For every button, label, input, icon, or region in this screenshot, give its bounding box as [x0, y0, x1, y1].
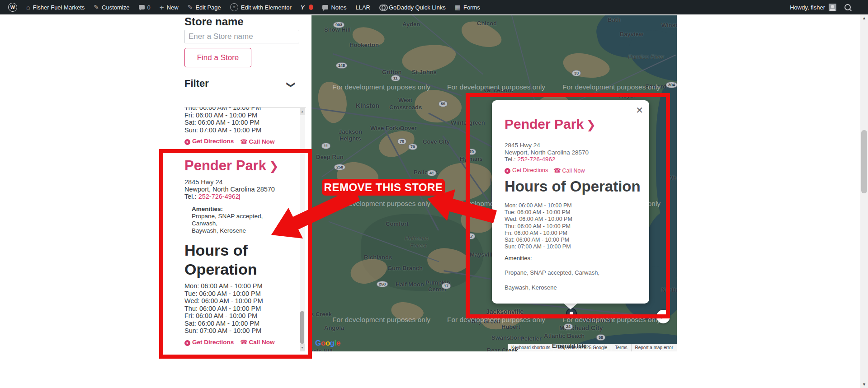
plus-icon: +	[160, 4, 164, 11]
customize-menu[interactable]: ✎Customize	[89, 0, 134, 14]
elementor-icon: ≡	[230, 3, 238, 11]
map-label: Jackson	[339, 128, 362, 135]
hours-line: Sat: 06:00 AM - 10:00 PM	[184, 119, 306, 126]
scroll-up-arrow[interactable]: ▲	[300, 108, 305, 115]
dev-watermark: For development purposes only	[562, 83, 660, 91]
page-scrollbar[interactable]: ▲ ▼	[860, 14, 868, 388]
route-shield: 11	[391, 75, 400, 81]
map-label: Cypress Creek	[311, 311, 332, 318]
notes-menu[interactable]: Notes	[318, 0, 351, 14]
map-label: Dover	[400, 125, 417, 131]
route-shield: 70	[408, 144, 417, 150]
map-label: Peletier	[520, 335, 542, 342]
forms-label: Forms	[463, 4, 480, 11]
dev-watermark: For development purposes only	[447, 83, 545, 91]
find-store-button[interactable]: Find a Store	[184, 48, 251, 67]
llar-menu[interactable]: LLAR	[351, 0, 375, 14]
elementor-menu[interactable]: ≡Edit with Elementor	[226, 0, 296, 14]
site-name-label: Fisher Fuel Markets	[33, 4, 85, 11]
filter-heading[interactable]: Filter	[184, 78, 209, 89]
page: W ⌂Fisher Fuel Markets ✎Customize 0 +New…	[0, 0, 868, 388]
google-logo-letter: o	[326, 339, 330, 347]
search-icon[interactable]	[844, 4, 851, 10]
annotation-banner: REMOVE THIS STORE	[322, 179, 445, 196]
map-label: Winsteadville	[661, 22, 677, 28]
map-label: Richlands	[364, 254, 392, 261]
route-shield: 11	[321, 143, 330, 149]
map-label: Bear Creek	[487, 347, 518, 351]
edit-page-menu[interactable]: ✎Edit Page	[183, 0, 226, 14]
map-label: Angola	[324, 324, 344, 331]
map-label: Bayview	[620, 31, 643, 37]
map-label: Kinston	[356, 102, 379, 109]
route-shield: 258	[334, 164, 345, 170]
get-directions-link[interactable]: ➤Get Directions	[184, 138, 234, 145]
scroll-down-arrow[interactable]: ▼	[860, 381, 868, 388]
route-shield: 55	[439, 101, 448, 107]
previous-store-hours: Thu: 06:00 AM - 10:00 PMFri: 06:00 AM - …	[184, 107, 306, 134]
brush-icon: ✎	[94, 4, 99, 10]
attribution-item[interactable]: Terms	[611, 344, 631, 351]
directions-icon: ➤	[184, 139, 190, 145]
map-label: Bath	[608, 16, 621, 23]
yoast-icon: Y	[301, 4, 305, 11]
site-name-menu[interactable]: ⌂Fisher Fuel Markets	[22, 0, 89, 14]
godaddy-menu[interactable]: GoDaddy Quick Links	[375, 0, 450, 14]
dashboard-icon: ⌂	[26, 4, 30, 10]
google-logo-letter: o	[321, 339, 326, 347]
scroll-up-arrow[interactable]: ▲	[860, 14, 868, 22]
route-shield: 70	[397, 138, 406, 145]
map-label: West	[398, 97, 412, 103]
yoast-menu[interactable]: Y	[296, 0, 318, 14]
route-shield: 58	[596, 334, 605, 341]
wp-logo-menu[interactable]: W	[4, 0, 22, 14]
forms-menu[interactable]: ▦Forms	[450, 0, 485, 14]
route-shield: 304	[666, 82, 677, 88]
forms-icon: ▦	[455, 4, 461, 10]
scrollbar-thumb[interactable]	[861, 130, 867, 193]
edit-page-label: Edit Page	[195, 4, 221, 11]
map-label: Swansboro	[491, 334, 523, 341]
call-now-link[interactable]: ☎Call Now	[240, 138, 274, 145]
route-shield: 41	[427, 170, 436, 176]
phone-icon: ☎	[240, 138, 247, 145]
annotation-box-map-popup	[466, 93, 670, 318]
admin-bar-right: Howdy, fisher	[790, 4, 868, 11]
route-shield: 33	[572, 70, 581, 76]
godaddy-icon	[379, 5, 386, 10]
user-avatar[interactable]	[829, 4, 836, 11]
terrain-patch	[561, 50, 612, 82]
dev-watermark: For development purposes only	[332, 316, 430, 324]
llar-label: LLAR	[355, 4, 370, 11]
howdy-label[interactable]: Howdy, fisher	[790, 4, 825, 11]
chevron-down-icon[interactable]: ❯	[286, 81, 297, 89]
map-label: Hofmann	[405, 235, 429, 242]
map-label: Forest	[410, 242, 427, 249]
google-logo-letter: g	[330, 339, 335, 347]
previous-store-links: ➤Get Directions ☎Call Now	[184, 138, 306, 145]
attribution-item[interactable]: Report a map error	[631, 344, 677, 351]
map-label: Emerald Isle	[552, 342, 587, 349]
customize-label: Customize	[102, 4, 129, 11]
map-label: Pamlico River	[628, 53, 664, 60]
route-shield: 148	[336, 62, 347, 69]
dev-watermark: For development purposes only	[332, 200, 430, 208]
yoast-status-dot	[309, 5, 313, 10]
annotation-box-sidebar-store	[159, 149, 312, 359]
map-label: Chicod	[477, 20, 497, 27]
notes-bubble-icon	[322, 5, 328, 9]
map-label: Maple Hill	[311, 348, 333, 351]
comments-menu[interactable]: 0	[134, 0, 155, 14]
map-label: Gum Branch	[387, 265, 423, 271]
map-label: Ayden	[402, 21, 420, 28]
wordpress-logo-icon: W	[8, 3, 17, 12]
admin-bar-left: W ⌂Fisher Fuel Markets ✎Customize 0 +New…	[0, 0, 485, 14]
google-logo-letter: G	[315, 339, 321, 347]
route-shield: 903	[333, 22, 344, 28]
store-name-input[interactable]	[184, 30, 299, 43]
google-logo: Google	[315, 339, 340, 348]
new-content-menu[interactable]: +New	[155, 0, 183, 14]
map-label: Heights	[340, 135, 361, 142]
comment-count: 0	[147, 4, 151, 11]
route-shield: 17	[442, 283, 451, 289]
